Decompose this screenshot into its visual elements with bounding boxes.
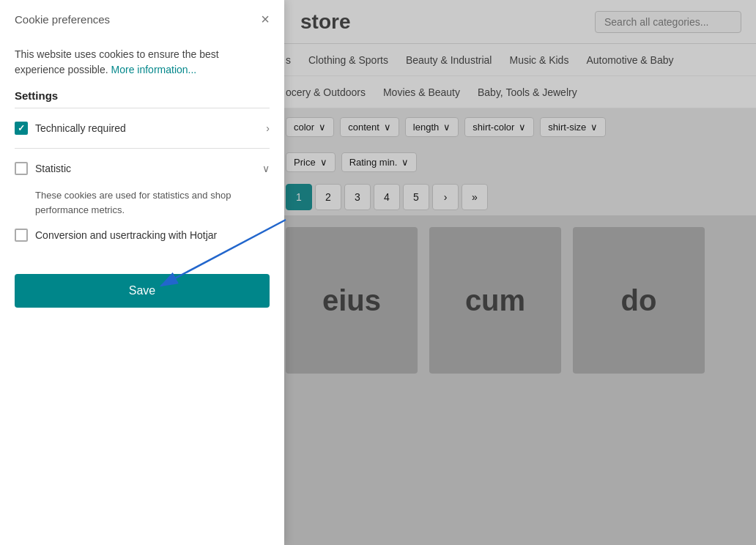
cookie-option-statistic[interactable]: Statistic ∨ bbox=[15, 155, 270, 182]
cookie-more-info-link[interactable]: More information... bbox=[111, 64, 197, 75]
cookie-save-button[interactable]: Save bbox=[15, 274, 270, 308]
cookie-option-left-required: ✓ Technically required bbox=[15, 122, 126, 135]
cookie-option-label-statistic: Statistic bbox=[35, 163, 71, 174]
cookie-hotjar-label: Conversion and usertracking with Hotjar bbox=[35, 229, 217, 241]
cookie-settings-label: Settings bbox=[15, 89, 270, 102]
cookie-checkbox-required[interactable]: ✓ bbox=[15, 122, 28, 135]
cookie-option-label-required: Technically required bbox=[35, 122, 126, 134]
cookie-checkbox-statistic[interactable] bbox=[15, 162, 28, 175]
cookie-intro-text: This website uses cookies to ensure the … bbox=[15, 47, 270, 78]
cookie-option-left-statistic: Statistic bbox=[15, 162, 71, 175]
cookie-divider-1 bbox=[15, 108, 270, 108]
chevron-down-statistic-icon: ∨ bbox=[262, 163, 270, 174]
cookie-statistic-section: Statistic ∨ These cookies are used for s… bbox=[15, 155, 270, 245]
cookie-option-technically-required[interactable]: ✓ Technically required › bbox=[15, 114, 270, 142]
cookie-modal-title: Cookie preferences bbox=[15, 13, 110, 26]
chevron-right-icon: › bbox=[266, 122, 270, 134]
cookie-modal: Cookie preferences × This website uses c… bbox=[0, 0, 284, 545]
cookie-divider-2 bbox=[15, 148, 270, 149]
cookie-hotjar-row[interactable]: Conversion and usertracking with Hotjar bbox=[15, 226, 270, 245]
cookie-close-button[interactable]: × bbox=[261, 12, 270, 26]
cookie-modal-header: Cookie preferences × bbox=[0, 0, 284, 35]
cookie-modal-body: This website uses cookies to ensure the … bbox=[0, 35, 284, 256]
cookie-checkbox-hotjar[interactable] bbox=[15, 229, 28, 242]
cookie-statistic-description: These cookies are used for statistics an… bbox=[35, 188, 270, 217]
